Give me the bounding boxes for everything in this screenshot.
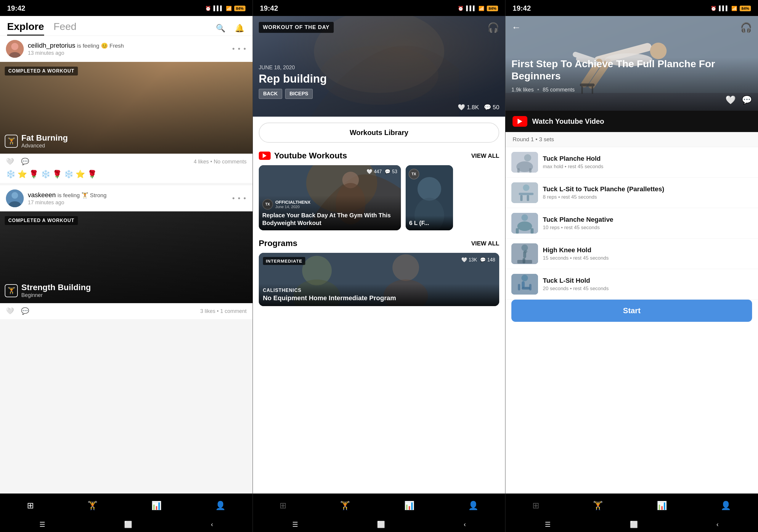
explore-header: Explore Feed 🔍 🔔 (0, 16, 253, 36)
svg-rect-57 (518, 284, 520, 290)
video-title-overlay: First Step To Achieve The Full Planche F… (511, 58, 752, 93)
time-2: 19:42 (260, 4, 278, 13)
exercise-detail-3: 10 reps • rest 45 seconds (543, 225, 752, 231)
home-btn-2[interactable]: ⬜ (377, 521, 385, 528)
workout-title-2: Strength Building (21, 283, 91, 292)
more-menu-1[interactable]: • • • (232, 45, 247, 53)
exercise-thumb-1 (511, 152, 538, 173)
home-btn-1[interactable]: ⬜ (124, 521, 132, 528)
nav-grid-3[interactable]: ⊞ (528, 498, 544, 513)
svg-point-54 (521, 275, 528, 281)
nav-stats-2[interactable]: 📊 (399, 498, 419, 513)
tab-explore[interactable]: Explore (7, 21, 44, 36)
back-btn-3[interactable]: ‹ (716, 521, 719, 528)
nav-stats[interactable]: 📊 (147, 498, 166, 513)
menu-btn-3[interactable]: ☰ (545, 521, 551, 528)
battery-2: 84% (487, 6, 498, 11)
exercise-thumb-2 (511, 183, 538, 203)
hero-tag-biceps[interactable]: BICEPS (285, 89, 313, 99)
home-btn-3[interactable]: ⬜ (630, 521, 638, 528)
exercise-item-4[interactable]: High Knee Hold 15 seconds • rest 45 seco… (505, 239, 758, 269)
chart-nav-icon: 📊 (151, 501, 162, 511)
yt-channel-name-1: OFFICIALTHENX (275, 200, 311, 205)
nav-profile-2[interactable]: 👤 (464, 498, 483, 513)
youtube-card-2[interactable]: TX 6 L (F... (406, 165, 453, 230)
battery-1: 84% (234, 6, 246, 11)
status-icons-3: ⏰ ▌▌▌ 📶 84% (710, 6, 751, 11)
svg-point-18 (392, 254, 419, 281)
exercise-thumb-5 (511, 274, 538, 295)
bottom-nav-1: ⊞ 🏋 📊 👤 (0, 493, 253, 517)
yt-like-icon: 🤍 447 (366, 169, 382, 174)
hero-tag-back[interactable]: BACK (259, 89, 282, 99)
youtube-scroll: 🤍 447 💬 53 TX OFFICIALTHENX June 14, 202… (259, 165, 500, 230)
like-btn-1[interactable]: 🤍 (6, 158, 14, 165)
nav-profile[interactable]: 👤 (211, 498, 230, 513)
more-menu-2[interactable]: • • • (232, 194, 247, 203)
exercise-item-3[interactable]: Tuck Planche Negative 10 reps • rest 45 … (505, 208, 758, 239)
comment-video-btn[interactable]: 💬 (742, 95, 752, 105)
exercise-item-2[interactable]: Tuck L-Sit to Tuck Planche (Parallettes)… (505, 178, 758, 208)
video-hero: ← 🎧 First Step To Achieve The Full Planc… (505, 16, 758, 111)
youtube-section-header: Youtube Workouts VIEW ALL (259, 151, 500, 160)
chart-nav-icon-2: 📊 (404, 501, 415, 511)
watch-youtube-button[interactable]: Watch Youtube Video (505, 111, 758, 132)
alarm-icon-2: ⏰ (458, 6, 464, 11)
exercise-info-3: Tuck Planche Negative 10 reps • rest 45 … (543, 216, 752, 231)
svg-point-43 (521, 214, 528, 221)
comment-btn-1[interactable]: 💬 (21, 158, 29, 165)
comment-btn-2[interactable]: 💬 (21, 307, 29, 315)
notification-button[interactable]: 🔔 (234, 22, 246, 34)
programs-section-title: Programs (259, 239, 297, 248)
back-btn-2[interactable]: ‹ (464, 521, 466, 528)
post-user-row-1: ceilidh_pretorius is feeling 😊 Fresh 13 … (0, 36, 253, 62)
screen2-content: Workouts Library Youtube Workouts VIEW A… (253, 116, 505, 493)
workouts-library-button[interactable]: Workouts Library (259, 122, 500, 143)
nav-profile-3[interactable]: 👤 (716, 498, 736, 513)
wifi-icon: 📶 (226, 6, 232, 11)
svg-point-1 (11, 43, 18, 50)
exercise-info-5: Tuck L-Sit Hold 20 seconds • rest 45 sec… (543, 277, 752, 292)
comment-hero: 💬 50 (484, 104, 500, 111)
exercise-name-3: Tuck Planche Negative (543, 216, 752, 223)
like-btn-2[interactable]: 🤍 (6, 307, 14, 315)
user-info-1: ceilidh_pretorius is feeling 😊 Fresh 13 … (6, 40, 124, 58)
nav-workout-2[interactable]: 🏋 (335, 498, 355, 513)
comment-icon-2: 💬 (21, 307, 29, 315)
nav-grid[interactable]: ⊞ (22, 498, 39, 513)
user-info-2: vaskeeen is feeling 🏋️ Strong 17 minutes… (6, 189, 107, 207)
program-card-1[interactable]: INTERMEDIATE 🤍 13K 💬 148 CALISTHENICS No… (259, 253, 500, 306)
menu-btn-2[interactable]: ☰ (292, 521, 298, 528)
system-bar-3: ☰ ⬜ ‹ (505, 517, 758, 532)
workout-level-1: Advanced (21, 143, 68, 149)
back-btn-1[interactable]: ‹ (211, 521, 213, 528)
menu-btn-1[interactable]: ☰ (39, 521, 45, 528)
grid-icon-2: ⊞ (280, 501, 286, 511)
exercise-item-1[interactable]: Tuck Planche Hold max hold • rest 45 sec… (505, 147, 758, 178)
screen3-content: Watch Youtube Video Round 1 • 3 sets (505, 111, 758, 493)
video-likes: 1.9k likes (511, 87, 534, 93)
nav-workout-3[interactable]: 🏋 (588, 498, 608, 513)
nav-workout[interactable]: 🏋 (83, 498, 102, 513)
headphone-icon-detail[interactable]: 🎧 (740, 22, 752, 33)
headphone-icon[interactable]: 🎧 (487, 22, 499, 33)
grid-icon-3: ⊞ (533, 501, 539, 511)
yt-channel-logo-2: TX (409, 169, 419, 180)
program-badge-1: INTERMEDIATE (263, 257, 305, 265)
program-subtitle-1: CALISTHENICS (263, 288, 495, 293)
like-video-btn[interactable]: 🤍 (725, 95, 736, 105)
svg-rect-40 (520, 195, 523, 201)
search-button[interactable]: 🔍 (215, 22, 226, 34)
nav-stats-3[interactable]: 📊 (652, 498, 672, 513)
yt-card-2-overlay: 6 L (F... (406, 216, 453, 230)
back-button[interactable]: ← (511, 22, 521, 33)
start-button[interactable]: Start (511, 300, 752, 322)
nav-grid-2[interactable]: ⊞ (275, 498, 291, 513)
youtube-view-all[interactable]: VIEW ALL (471, 152, 500, 159)
exercise-item-5[interactable]: Tuck L-Sit Hold 20 seconds • rest 45 sec… (505, 269, 758, 300)
programs-view-all[interactable]: VIEW ALL (471, 240, 500, 247)
exercise-name-2: Tuck L-Sit to Tuck Planche (Parallettes) (543, 185, 752, 193)
svg-point-13 (418, 177, 441, 201)
tab-feed[interactable]: Feed (53, 21, 77, 36)
youtube-card-1[interactable]: 🤍 447 💬 53 TX OFFICIALTHENX June 14, 202… (259, 165, 401, 230)
